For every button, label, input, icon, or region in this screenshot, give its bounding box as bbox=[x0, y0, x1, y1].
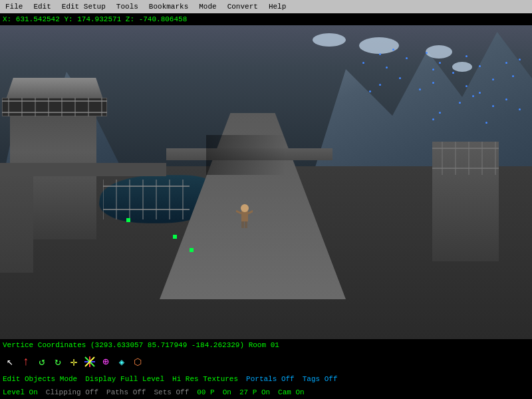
wall-shadow bbox=[206, 135, 286, 175]
tool-rotate-cw[interactable]: ↺ bbox=[35, 354, 49, 369]
menu-file[interactable]: File bbox=[3, 3, 25, 11]
character bbox=[236, 203, 253, 233]
status-bar: Vertice Coordinates (3293.633057 85.7179… bbox=[0, 339, 532, 351]
tool-rotate-ccw[interactable]: ↻ bbox=[51, 354, 65, 369]
blue-dot-6 bbox=[426, 52, 428, 54]
blue-dot-29 bbox=[485, 122, 487, 124]
blue-dot-7 bbox=[432, 68, 434, 70]
edit-mode-label: Edit Objects Mode bbox=[3, 375, 77, 383]
coordinates: X: 631.542542 Y: 174.932571 Z: -740.8064… bbox=[3, 15, 187, 23]
svg-rect-28 bbox=[241, 221, 244, 228]
menu-mode[interactable]: Mode bbox=[196, 3, 219, 11]
menu-bookmarks[interactable]: Bookmarks bbox=[146, 3, 191, 11]
blue-dot-11 bbox=[512, 75, 514, 77]
blue-dot-13 bbox=[432, 82, 434, 84]
coord-bar: X: 631.542542 Y: 174.932571 Z: -740.8064… bbox=[0, 13, 532, 25]
svg-point-27 bbox=[241, 204, 249, 212]
right-railing bbox=[432, 142, 499, 175]
p27-label: 27 P On bbox=[239, 388, 270, 396]
blue-dot-5 bbox=[505, 62, 507, 64]
tool-extra[interactable]: ⊕ bbox=[98, 354, 113, 369]
portals-label: Portals Off bbox=[246, 375, 295, 383]
app-window: File Edit Edit Setup Tools Bookmarks Mod… bbox=[0, 0, 532, 399]
blue-dot-22 bbox=[386, 66, 388, 68]
blue-dot-16 bbox=[459, 102, 461, 104]
svg-rect-29 bbox=[245, 221, 247, 228]
tool-move-up[interactable]: ↑ bbox=[19, 354, 33, 369]
blue-dot-2 bbox=[466, 55, 467, 57]
menu-convert[interactable]: Convert bbox=[225, 3, 261, 11]
blue-dot-25 bbox=[369, 90, 371, 92]
blue-dot-12 bbox=[519, 59, 521, 61]
tags-label: Tags Off bbox=[303, 375, 338, 383]
textures-label: Hi Res Textures bbox=[172, 375, 238, 383]
menu-edit[interactable]: Edit bbox=[31, 3, 53, 11]
menu-tools[interactable]: Tools bbox=[114, 3, 141, 11]
clipping-label: Clipping Off bbox=[46, 388, 98, 396]
bottom-bar: Level On Clipping Off Paths Off Sets Off… bbox=[0, 386, 532, 399]
blue-dot-1 bbox=[479, 65, 481, 67]
blue-dot-28 bbox=[432, 118, 434, 120]
blue-dot-23 bbox=[399, 77, 401, 79]
on-label: On bbox=[223, 388, 231, 396]
mode-bar: Edit Objects Mode Display Full Level Hi … bbox=[0, 372, 532, 386]
tool-misc[interactable]: ⬡ bbox=[130, 354, 145, 369]
p-count: 00 P bbox=[197, 388, 214, 396]
svg-rect-26 bbox=[241, 211, 248, 221]
menu-help[interactable]: Help bbox=[266, 3, 289, 11]
blue-dot-27 bbox=[379, 53, 381, 55]
sets-label: Sets Off bbox=[154, 388, 189, 396]
menu-bar: File Edit Edit Setup Tools Bookmarks Mod… bbox=[0, 0, 532, 13]
tower-railing bbox=[2, 98, 107, 116]
marker-1 bbox=[126, 218, 130, 222]
tool-cursor[interactable]: ↖ bbox=[3, 354, 17, 369]
menu-edit-setup[interactable]: Edit Setup bbox=[59, 3, 108, 11]
blue-dot-8 bbox=[466, 85, 467, 87]
marker-3 bbox=[190, 248, 194, 252]
cam-label: Cam On bbox=[278, 388, 305, 396]
lower-fence bbox=[103, 180, 190, 219]
marker-2 bbox=[173, 235, 177, 239]
blue-dot-26 bbox=[362, 62, 364, 64]
display-label: Display Full Level bbox=[85, 375, 164, 383]
blue-dot-15 bbox=[472, 95, 474, 97]
level-label: Level On bbox=[3, 388, 38, 396]
tool-select[interactable]: ◈ bbox=[114, 354, 129, 369]
tool-move-all[interactable]: ✛ bbox=[66, 354, 81, 369]
blue-dot-14 bbox=[419, 88, 421, 90]
blue-dot-0 bbox=[439, 62, 441, 64]
blue-dot-24 bbox=[379, 84, 381, 86]
blue-dot-18 bbox=[439, 112, 441, 114]
paths-label: Paths Off bbox=[106, 388, 146, 396]
toolbar: ↖ ↑ ↺ ↻ ✛ ⊕ ◈ ⬡ bbox=[0, 351, 532, 372]
blue-dot-9 bbox=[479, 92, 481, 94]
blue-dot-19 bbox=[519, 108, 521, 110]
tool-scale[interactable] bbox=[82, 354, 97, 369]
viewport[interactable] bbox=[0, 25, 532, 339]
blue-dot-20 bbox=[392, 49, 394, 51]
svg-line-31 bbox=[248, 211, 253, 213]
svg-line-30 bbox=[236, 211, 241, 213]
blue-dot-17 bbox=[492, 105, 494, 107]
blue-dot-10 bbox=[505, 98, 507, 100]
blue-dot-4 bbox=[492, 78, 494, 80]
wall-base bbox=[0, 173, 33, 273]
status-text: Vertice Coordinates (3293.633057 85.7179… bbox=[3, 341, 279, 349]
blue-dot-3 bbox=[452, 72, 454, 74]
blue-dot-21 bbox=[406, 57, 408, 59]
wall-top bbox=[0, 163, 166, 176]
